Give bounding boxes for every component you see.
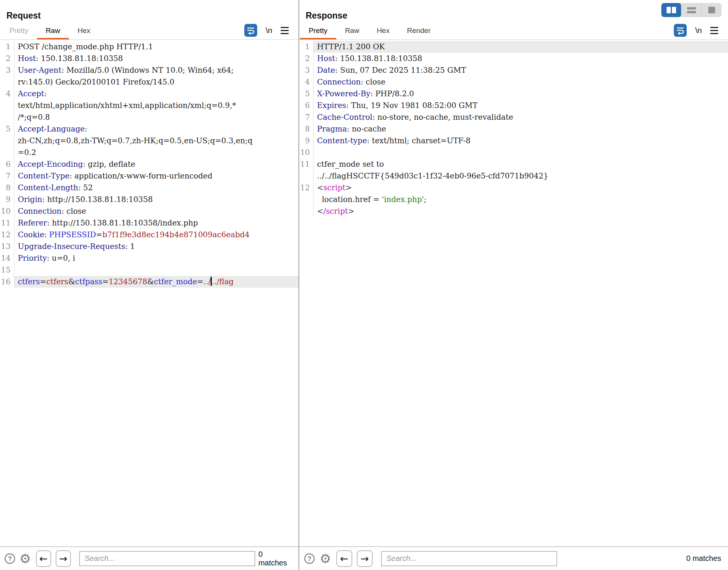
code-text: zh-CN,zh;q=0.8,zh-TW;q=0.7,zh-HK;q=0.5,e… (14, 135, 298, 147)
code-line[interactable]: 12<script> (299, 182, 728, 194)
request-editor[interactable]: 1POST /change_mode.php HTTP/1.12Host: 15… (0, 40, 298, 547)
layout-rows-button[interactable] (681, 3, 701, 17)
line-number (0, 111, 14, 123)
response-title: Response (306, 11, 347, 21)
code-line[interactable]: </script> (299, 205, 728, 217)
tab-response-render[interactable]: Render (398, 23, 439, 39)
prev-match-button[interactable]: ← (336, 550, 352, 567)
tab-response-pretty[interactable]: Pretty (300, 23, 336, 39)
word-wrap-toggle-icon[interactable] (244, 24, 257, 37)
code-line[interactable]: 16ctfers=ctfers&ctfpass=12345678&ctfer_m… (0, 276, 298, 288)
code-text: Cookie: PHPSESSID=b7f1f9e3d8ec194b4e8710… (14, 229, 298, 241)
settings-gear-icon[interactable]: ⚙ (19, 552, 31, 565)
code-text: /*;q=0.8 (14, 111, 298, 123)
code-line[interactable]: 11ctfer_mode set to (299, 158, 728, 170)
line-number: 12 (299, 182, 314, 194)
request-match-count: 0 matches (258, 550, 292, 567)
code-text: =0.2 (14, 147, 298, 158)
code-line[interactable]: location.href = 'index.php'; (299, 194, 728, 205)
code-text: Host: 150.138.81.18:10358 (14, 53, 298, 64)
line-number: 5 (299, 88, 314, 100)
response-search-input[interactable] (381, 551, 557, 566)
response-match-count: 0 matches (686, 554, 721, 563)
code-text: HTTP/1.1 200 OK (314, 41, 728, 53)
code-line[interactable]: 8Pragma: no-cache (299, 123, 728, 135)
menu-icon[interactable] (710, 27, 718, 34)
code-line[interactable]: 12Cookie: PHPSESSID=b7f1f9e3d8ec194b4e87… (0, 229, 298, 241)
code-line[interactable]: 5X-Powered-By: PHP/8.2.0 (299, 88, 728, 100)
code-line[interactable]: 3User-Agent: Mozilla/5.0 (Windows NT 10.… (0, 64, 298, 76)
response-editor[interactable]: 1HTTP/1.1 200 OK2Host: 150.138.81.18:103… (299, 40, 728, 547)
code-line[interactable]: zh-CN,zh;q=0.8,zh-TW;q=0.7,zh-HK;q=0.5,e… (0, 135, 298, 147)
newline-toggle[interactable]: \n (266, 26, 272, 35)
line-number: 15 (0, 264, 14, 276)
newline-toggle[interactable]: \n (695, 26, 702, 35)
next-match-button[interactable]: → (357, 550, 373, 567)
line-number: 8 (299, 123, 314, 135)
line-number: 2 (299, 53, 314, 64)
code-line[interactable]: 9Origin: http://150.138.81.18:10358 (0, 194, 298, 205)
code-line[interactable]: 7Content-Type: application/x-www-form-ur… (0, 170, 298, 182)
word-wrap-toggle-icon[interactable] (674, 24, 687, 37)
layout-columns-button[interactable] (661, 3, 681, 17)
code-line[interactable]: 1HTTP/1.1 200 OK (299, 41, 728, 53)
response-pane: Response Pretty Raw Hex Render \n (298, 0, 728, 570)
rows-layout-icon (687, 7, 696, 13)
code-line[interactable]: 10 (299, 147, 728, 158)
line-number: 6 (299, 100, 314, 111)
code-line[interactable]: rv:145.0) Gecko/20100101 Firefox/145.0 (0, 76, 298, 88)
code-line[interactable]: 5Accept-Language: (0, 123, 298, 135)
code-line[interactable]: 2Host: 150.138.81.18:10358 (299, 53, 728, 64)
code-text: Date: Sun, 07 Dec 2025 11:38:25 GMT (314, 64, 728, 76)
code-line[interactable]: =0.2 (0, 147, 298, 158)
code-line[interactable]: 10Connection: close (0, 205, 298, 217)
code-line[interactable]: 8Content-Length: 52 (0, 182, 298, 194)
next-match-button[interactable]: → (56, 550, 71, 567)
code-line[interactable]: 11Referer: http://150.138.81.18:10358/in… (0, 217, 298, 229)
code-line[interactable]: 6Expires: Thu, 19 Nov 1981 08:52:00 GMT (299, 100, 728, 111)
response-tools: \n (674, 24, 718, 37)
line-number: 1 (299, 41, 314, 53)
tab-request-raw[interactable]: Raw (37, 23, 69, 39)
line-number: 11 (299, 158, 314, 170)
help-icon[interactable]: ? (4, 552, 16, 565)
menu-icon[interactable] (281, 27, 289, 34)
tab-response-raw[interactable]: Raw (336, 23, 368, 39)
code-line[interactable]: text/html,application/xhtml+xml,applicat… (0, 100, 298, 111)
help-icon[interactable]: ? (303, 552, 316, 565)
code-line[interactable]: 13Upgrade-Insecure-Requests: 1 (0, 241, 298, 252)
layout-single-button[interactable] (701, 3, 722, 17)
code-line[interactable]: 6Accept-Encoding: gzip, deflate (0, 158, 298, 170)
code-line[interactable]: 4Connection: close (299, 76, 728, 88)
code-line[interactable]: 9Content-type: text/html; charset=UTF-8 (299, 135, 728, 147)
code-line[interactable]: 14Priority: u=0, i (0, 252, 298, 264)
line-number: 16 (0, 276, 14, 288)
code-text: ctfer_mode set to (314, 158, 728, 170)
code-text (314, 147, 728, 158)
code-line[interactable]: 15 (0, 264, 298, 276)
code-text: User-Agent: Mozilla/5.0 (Windows NT 10.0… (14, 64, 298, 76)
code-line[interactable]: ../../flagHSCCTF{549d03c1-1f32-4eb0-96e5… (299, 170, 728, 182)
code-text: Content-type: text/html; charset=UTF-8 (314, 135, 728, 147)
code-line[interactable]: 1POST /change_mode.php HTTP/1.1 (0, 41, 298, 53)
view-layout-toggle (661, 3, 722, 17)
columns-layout-icon (667, 7, 676, 13)
code-text: Origin: http://150.138.81.18:10358 (14, 194, 298, 205)
code-line[interactable]: 2Host: 150.138.81.18:10358 (0, 53, 298, 64)
request-statusbar: ? ⚙ ← → 0 matches (0, 547, 298, 570)
code-line[interactable]: 3Date: Sun, 07 Dec 2025 11:38:25 GMT (299, 64, 728, 76)
code-line[interactable]: 4Accept: (0, 88, 298, 100)
line-number: 3 (299, 64, 314, 76)
tab-response-hex[interactable]: Hex (368, 23, 398, 39)
settings-gear-icon[interactable]: ⚙ (319, 552, 332, 565)
svg-text:?: ? (8, 555, 12, 562)
code-line[interactable]: 7Cache-Control: no-store, no-cache, must… (299, 111, 728, 123)
line-number: 13 (0, 241, 14, 252)
line-number: 9 (299, 135, 314, 147)
tab-request-pretty[interactable]: Pretty (1, 23, 37, 39)
code-text: POST /change_mode.php HTTP/1.1 (14, 41, 298, 53)
tab-request-hex[interactable]: Hex (69, 23, 99, 39)
prev-match-button[interactable]: ← (36, 550, 51, 567)
code-line[interactable]: /*;q=0.8 (0, 111, 298, 123)
request-search-input[interactable] (79, 551, 255, 566)
